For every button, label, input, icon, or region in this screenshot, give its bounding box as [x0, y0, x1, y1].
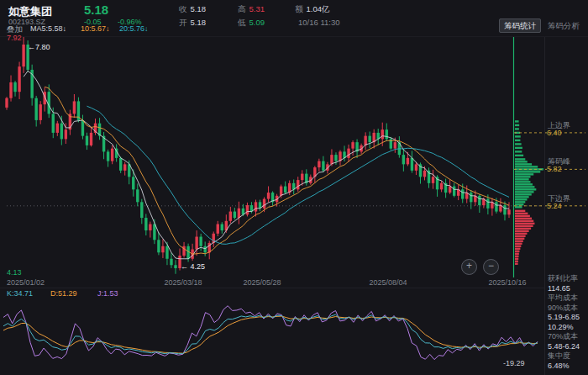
quote-amount: 额1.04亿	[295, 4, 372, 15]
annotation-high: ←7.80	[28, 43, 50, 51]
stat-cost90-label: 90%成本	[548, 304, 586, 314]
stat-profit-ratio-value: 114.65	[548, 284, 586, 294]
stat-concentration-label: 集中度	[548, 351, 586, 362]
stat-cost70-value: 5.48-6.24	[548, 342, 586, 352]
date-axis: 2025/01/02 2025/03/18 2025/05/28 2025/08…	[0, 278, 544, 288]
stock-price: 5.18	[84, 3, 108, 17]
quote-time: 10/16 11:30	[295, 18, 372, 29]
quote-open: 开5.18	[179, 18, 238, 29]
quote-high: 高5.31	[238, 4, 295, 15]
chip-stats-panel: 获利比率 114.65 平均成本 90%成本 5.19-6.85 10.29% …	[548, 274, 586, 371]
chip-tabs: 筹码统计 筹码分析	[499, 21, 584, 32]
date-label: 2025/05/28	[243, 278, 281, 287]
axis-min-label: 4.13	[7, 268, 22, 277]
header-divider	[0, 36, 588, 37]
ma10-label: 10:5.67↓	[81, 24, 110, 33]
annotation-low: ← 4.25	[181, 262, 205, 271]
upper-boundary-value: 6.40	[547, 129, 562, 137]
date-label: 2025/03/18	[164, 278, 202, 287]
date-label: 2025/10/16	[488, 278, 526, 287]
tab-chip-stats[interactable]: 筹码统计	[499, 18, 541, 33]
sidebar-divider	[544, 37, 545, 375]
lower-boundary-value: 5.24	[547, 202, 562, 210]
ma5-label: MA5:5.58↓	[30, 24, 66, 33]
stat-cost70-label: 70%成本	[548, 332, 586, 342]
kdj-k-label: K:34.71	[7, 289, 33, 298]
axis-max-label: 7.92	[7, 34, 22, 42]
stat-concentration90-value: 10.29%	[548, 323, 586, 333]
stat-cost90-value: 5.19-6.85	[548, 313, 586, 323]
ma20-label: 20:5.76↓	[119, 24, 149, 33]
zoom-out-button[interactable]: −	[483, 259, 499, 275]
stat-concentration70-value: 6.48%	[548, 362, 586, 372]
kdj-j-label: J:1.53	[97, 289, 118, 298]
quote-grid: 收5.18 高5.31 额1.04亿 开5.18 低5.09 10/16 11:…	[179, 4, 372, 29]
kdj-d-label: D:51.29	[50, 289, 77, 298]
chip-peak-value: 5.82	[547, 165, 562, 173]
date-label: 2025/08/04	[369, 278, 407, 287]
quote-close: 收5.18	[179, 4, 238, 15]
quote-low: 低5.09	[238, 18, 295, 29]
stock-chart-app: 如意集团 5.18 002193.SZ -0.05 -0.96% 收5.18 高…	[0, 0, 588, 375]
zoom-in-button[interactable]: +	[461, 259, 477, 275]
date-label: 2025/01/02	[7, 278, 45, 287]
tab-chip-analysis[interactable]: 筹码分析	[543, 19, 584, 32]
kdj-scale-min: -19.29	[503, 359, 525, 367]
chart-canvas[interactable]	[0, 0, 588, 375]
stat-avg-cost-label: 平均成本	[548, 293, 586, 304]
stat-profit-ratio-label: 获利比率	[548, 274, 586, 284]
